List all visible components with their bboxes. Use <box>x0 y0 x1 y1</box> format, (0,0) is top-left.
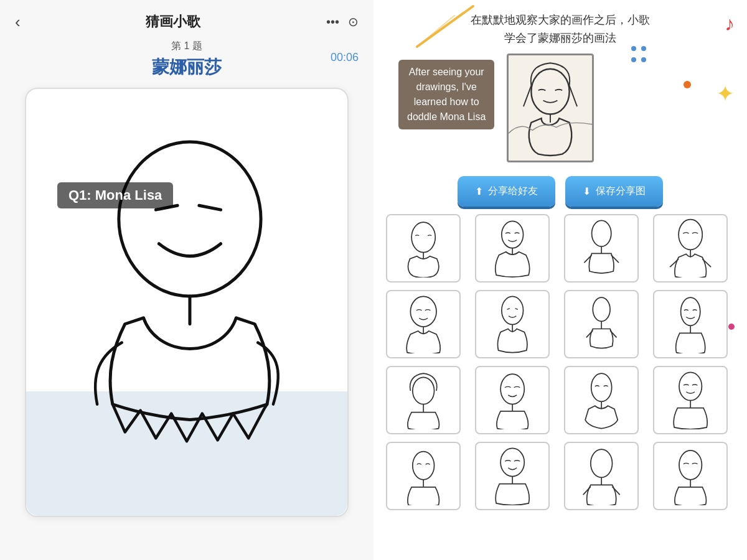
drawing-thumb-7[interactable] <box>564 290 639 358</box>
svg-point-43 <box>413 452 435 480</box>
drawing-thumb-5[interactable] <box>386 290 461 358</box>
drawing-thumb-3[interactable] <box>564 214 639 282</box>
shooting-star-decoration <box>411 3 486 55</box>
svg-line-10 <box>570 85 577 106</box>
svg-point-35 <box>413 377 435 404</box>
svg-point-33 <box>680 297 700 325</box>
share-icon: ⬆ <box>475 185 483 197</box>
blue-dots-decoration <box>630 44 647 66</box>
svg-line-32 <box>610 330 616 337</box>
drawing-thumb-4[interactable] <box>653 214 728 282</box>
app-title: 猜画小歌 <box>146 12 200 31</box>
svg-point-47 <box>591 449 613 477</box>
share-button[interactable]: ⬆ 分享给好友 <box>458 176 555 207</box>
more-icon[interactable]: ••• <box>326 15 339 29</box>
svg-line-26 <box>507 308 509 309</box>
save-button[interactable]: ⬇ 保存分享图 <box>565 176 663 207</box>
q-label-box: Q1: Mona Lisa <box>57 182 173 208</box>
right-panel: ♪ ✦ 在默默地观察大家的画作之后，小歌 学会了蒙娜丽莎的画法 After se… <box>374 0 747 560</box>
star-icon: ✦ <box>716 81 735 107</box>
record-icon[interactable]: ⊙ <box>348 14 359 29</box>
svg-point-11 <box>411 222 435 253</box>
back-button[interactable]: ‹ <box>15 14 21 30</box>
share-buttons-row: ⬆ 分享给好友 ⬇ 保存分享图 <box>374 176 747 207</box>
svg-line-9 <box>524 85 531 106</box>
main-drawing <box>26 89 347 516</box>
svg-line-31 <box>586 330 593 337</box>
svg-point-39 <box>591 373 612 401</box>
svg-line-6 <box>417 16 454 47</box>
svg-point-15 <box>591 220 611 246</box>
svg-point-29 <box>593 297 610 321</box>
svg-line-27 <box>515 308 517 309</box>
drawing-thumb-15[interactable] <box>564 442 639 510</box>
music-note-icon: ♪ <box>725 12 735 35</box>
svg-line-17 <box>584 255 591 263</box>
drawing-thumb-13[interactable] <box>386 442 461 510</box>
pink-dot-decoration <box>728 324 735 330</box>
svg-point-23 <box>410 296 436 327</box>
svg-point-41 <box>679 372 702 400</box>
svg-line-21 <box>670 259 679 267</box>
drawing-thumb-1[interactable] <box>386 214 461 282</box>
top-icons: ••• ⊙ <box>326 14 359 29</box>
top-bar: ‹ 猜画小歌 ••• ⊙ <box>0 0 374 37</box>
svg-line-22 <box>702 259 711 267</box>
svg-line-18 <box>611 255 619 263</box>
svg-line-2 <box>199 205 221 210</box>
mona-lisa-preview <box>507 54 594 165</box>
tooltip-box: After seeing your drawings, I've learned… <box>398 60 494 129</box>
drawing-thumb-8[interactable] <box>653 290 728 358</box>
drawings-grid <box>374 207 747 518</box>
timer: 00:06 <box>331 51 359 64</box>
svg-point-37 <box>500 374 524 404</box>
drawing-thumb-6[interactable] <box>475 290 550 358</box>
drawing-thumb-10[interactable] <box>475 366 550 434</box>
save-button-label: 保存分享图 <box>596 185 646 198</box>
drawing-thumb-12[interactable] <box>653 366 728 434</box>
drawing-thumb-16[interactable] <box>653 442 728 510</box>
share-button-label: 分享给好友 <box>488 185 538 198</box>
orange-dot-decoration <box>684 81 691 88</box>
svg-point-51 <box>679 450 702 480</box>
save-icon: ⬇ <box>583 185 591 197</box>
question-label: 第 1 题 <box>171 40 202 53</box>
subject-label: 蒙娜丽莎 <box>152 55 222 79</box>
drawing-thumb-9[interactable] <box>386 366 461 434</box>
drawing-thumb-2[interactable] <box>475 214 550 282</box>
svg-point-7 <box>532 68 570 114</box>
svg-point-19 <box>679 220 702 250</box>
drawing-thumb-11[interactable] <box>564 366 639 434</box>
drawing-card: Q1: Mona Lisa <box>25 88 349 517</box>
svg-point-25 <box>502 296 524 324</box>
left-panel: ‹ 猜画小歌 ••• ⊙ 第 1 题 00:06 蒙娜丽莎 Q1: Mona L… <box>0 0 374 560</box>
drawing-thumb-14[interactable] <box>475 442 550 510</box>
svg-point-45 <box>500 448 524 476</box>
svg-point-0 <box>119 142 261 296</box>
svg-point-13 <box>502 221 524 248</box>
